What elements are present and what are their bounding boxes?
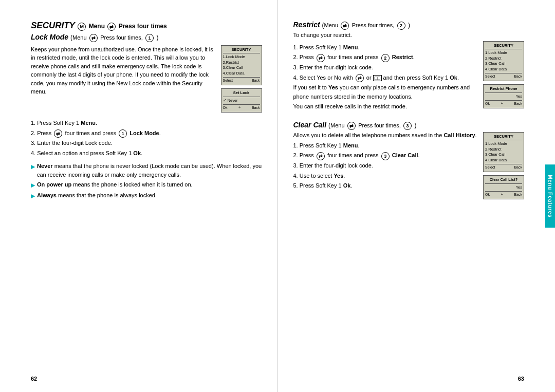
clear-call-header: Clear Call (Menu ⇄ Press four times, 3 ) [293,121,525,130]
cc2-footer: Ok ÷ Back [485,191,522,197]
step-1: 1. Press Soft Key 1 Menu. [31,119,262,128]
clear-call-intro: Allows you to delete all the telephone n… [293,132,479,138]
nav-icon-rs2: ⇄ [317,54,325,62]
nav-icon-cc2: ⇄ [317,152,325,160]
cc2-title: Clear Call List? [485,177,522,184]
menu-features-tab: Menu Features [545,164,555,228]
lock-mode-steps: 1. Press Soft Key 1 Menu. 2. Press ⇄ fou… [31,119,262,158]
restrict-step-4: 4. Select Yes or No with ⇄ or □□ and the… [293,73,479,83]
restrict-still-receive: You can still receive calls in the restr… [293,102,479,111]
page-container: SECURITY M Menu ⇄ Press four times Lock … [0,0,555,392]
security-section-header: SECURITY M Menu ⇄ Press four times [31,21,262,31]
screen-item-2: 2.Restrict [223,60,260,66]
nav-icon-rs4: ⇄ [356,74,364,82]
cc-step-3: 3. Enter the four-digit lock code. [293,161,479,171]
restrict-step-2: 2. Press ⇄ four times and press 2 Restri… [293,53,479,62]
soft-key-icon: □□ [373,75,382,81]
restrict-content: 1. Press Soft Key 1 Menu. 2. Press ⇄ fou… [293,41,525,113]
lock-mode-header: Lock Mode (Menu ⇄ Press four times, 1 ) [31,33,262,42]
clear-call-section: Clear Call (Menu ⇄ Press four times, 3 )… [293,121,525,202]
bullet-always: ▶ Always means that the phone is always … [31,191,262,200]
restrict-phone-screens: SECURITY 1.Lock Mode 2.Restrict 3.Clear … [483,41,524,113]
phone-screen-security: SECURITY 1.Lock Mode 2.Restrict 3.Clear … [221,45,262,85]
security-title: SECURITY [31,21,75,30]
cc1-footer: Select Back [485,164,522,170]
cc-step-2: 2. Press ⇄ four times and press 3 Clear … [293,151,479,160]
cc-screen-2: Clear Call List? Yes Ok ÷ Back [483,175,524,199]
screen-title-security: SECURITY [223,47,260,54]
right-page: Menu Features Restrict (Menu ⇄ Press fou… [278,0,556,392]
clear-call-steps-list: 1. Press Soft Key 1 Menu. 2. Press ⇄ fou… [293,141,479,191]
restrict-step-1: 1. Press Soft Key 1 Menu. [293,43,479,52]
circle-num-2: 2 [397,22,405,30]
screen-footer-2: Ok ÷ Back [223,104,260,110]
restrict-screen-1: SECURITY 1.Lock Mode 2.Restrict 3.Clear … [483,41,524,81]
cc-step-1: 1. Press Soft Key 1 Menu. [293,141,479,151]
lock-mode-bullets: ▶ Never means that the phone is never lo… [31,162,262,200]
restrict-change-text: To change your restrict. [293,32,525,38]
clear-call-content: Allows you to delete all the telephone n… [293,132,525,202]
lock-mode-content: Keeps your phone from unauthorized use. … [31,45,262,116]
cc-step-4: 4. Use to select Yes. [293,172,479,181]
restrict-screen-2: Restrict Phone Yes Ok ÷ Back [483,84,524,108]
arrow-icon-never: ▶ [31,162,35,179]
rs1-title: SECURITY [485,43,522,50]
menu-icon-security: M [78,23,86,31]
rs2-footer: Ok ÷ Back [485,100,522,106]
nav-icon-step2: ⇄ [54,129,62,138]
circle-1-step: 1 [119,129,127,138]
bullet-never: ▶ Never means that the phone is never lo… [31,162,262,179]
left-page: SECURITY M Menu ⇄ Press four times Lock … [0,0,278,392]
cc1-title: SECURITY [485,134,522,141]
circle-num-3: 3 [403,122,412,130]
nav-icon-cc: ⇄ [347,122,356,130]
restrict-step-3: 3. Enter the four-digit lock code. [293,63,479,72]
step-2: 2. Press ⇄ four times and press 1 Lock M… [31,129,262,138]
restrict-header: Restrict (Menu ⇄ Press four times, 2 ) [293,21,525,30]
rs2-title: Restrict Phone [485,86,522,93]
clear-call-phone-screens: SECURITY 1.Lock Mode 2.Restrict 3.Clear … [483,132,524,202]
arrow-icon-power: ▶ [31,181,35,190]
cc-screen-1: SECURITY 1.Lock Mode 2.Restrict 3.Clear … [483,132,524,172]
clear-call-text-steps: Allows you to delete all the telephone n… [293,132,479,202]
page-number-left: 62 [31,376,37,382]
cc-step-5: 5. Press Soft Key 1 Ok. [293,181,479,191]
screen-item-3: 3.Clear Call [223,65,260,71]
page-number-right: 63 [518,376,524,382]
step-4: 4. Select an option and press Soft Key 1… [31,149,262,158]
restrict-steps: 1. Press Soft Key 1 Menu. 2. Press ⇄ fou… [293,41,479,113]
restrict-section: Restrict (Menu ⇄ Press four times, 2 ) T… [293,21,525,113]
lock-mode-text: Keeps your phone from unauthorized use. … [31,45,217,116]
circle-num-1: 1 [145,34,154,42]
arrow-icon-always: ▶ [31,192,35,200]
screen-item-1: 1.Lock Mode [223,54,260,60]
nav-icon-restrict: ⇄ [341,22,349,30]
screen-checkmark: ✓ Never [223,98,260,104]
bullet-on-power-up: ▶ On power up means the phone is locked … [31,180,262,190]
security-menu-label: M Menu ⇄ Press four times [77,23,166,30]
screen-item-4: 4.Clear Data [223,71,260,77]
phone-screens-left: SECURITY 1.Lock Mode 2.Restrict 3.Clear … [221,45,262,116]
nav-icon-lock: ⇄ [89,34,98,42]
screen-title-setlock: Set Lock [223,90,260,97]
circle-3-step: 3 [381,152,390,160]
restrict-steps-list: 1. Press Soft Key 1 Menu. 2. Press ⇄ fou… [293,43,479,111]
phone-screen-setlock: Set Lock ✓ Never Ok ÷ Back [221,88,262,113]
restrict-if-yes: If you set it to Yes you can only place … [293,83,479,101]
screen-footer-1: Select Back [223,77,260,83]
rs1-footer: Select Back [485,73,522,79]
circle-2-step: 2 [381,54,390,62]
step-3: 3. Enter the four-digit Lock code. [31,139,262,148]
nav-icon-security: ⇄ [107,23,116,31]
